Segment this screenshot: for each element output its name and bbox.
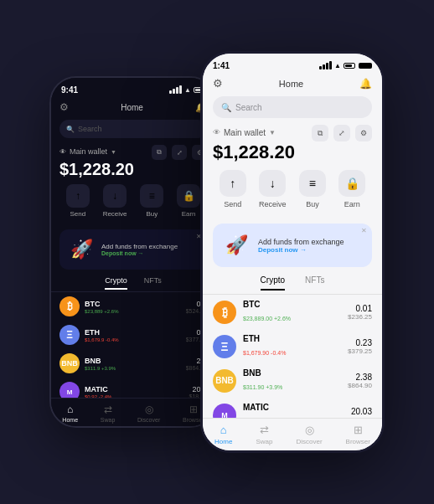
- light-discover-icon: ◎: [305, 424, 314, 436]
- dark-search-icon: 🔍: [66, 126, 75, 133]
- light-coin-eth[interactable]: Ξ ETH $1,679.90 -0.4% 0.23 $379.25: [203, 329, 382, 363]
- light-banner-title: Add funds from exchange: [258, 238, 344, 246]
- dark-coin-eth[interactable]: Ξ ETH $1,679.9 -0.4% 0.2 $377.25: [51, 321, 215, 349]
- dark-earn-btn[interactable]: 🔒 Earn: [177, 184, 200, 218]
- light-header: ⚙ Home 🔔: [203, 74, 382, 93]
- light-tabs: Crypto NFTs: [203, 270, 382, 295]
- light-nav-swap[interactable]: ⇄ Swap: [256, 424, 272, 445]
- dark-swap-label: Swap: [101, 417, 116, 423]
- light-receive-btn[interactable]: ↓ Receive: [259, 170, 287, 208]
- dark-copy-icon[interactable]: ⧉: [152, 145, 167, 160]
- dark-wallet-label: 👁 Main wallet ▼: [59, 147, 116, 156]
- light-nav-browser[interactable]: ⊞ Browser: [346, 424, 370, 445]
- dark-coin-btc[interactable]: ₿ BTC $23,889 +2.6% 0.0 $524.25: [51, 292, 215, 321]
- light-coin-bnb[interactable]: BNB BNB $311.90 +3.9% 2.38 $864.90: [203, 363, 382, 398]
- light-gear-icon[interactable]: ⚙: [213, 77, 223, 90]
- light-earn-btn[interactable]: 🔒 Earn: [338, 170, 365, 208]
- eth-name: ETH: [85, 328, 181, 337]
- light-matic-val: 20.03: [351, 407, 372, 416]
- dark-send-label: Send: [70, 210, 86, 218]
- dark-wallet-name: Main wallet: [70, 147, 107, 156]
- light-earn-label: Earn: [344, 200, 360, 208]
- dark-send-btn[interactable]: ↑ Send: [66, 184, 90, 218]
- light-battery-full: [359, 63, 372, 69]
- light-earn-icon: 🔒: [338, 170, 365, 197]
- light-btc-icon: ₿: [213, 301, 236, 324]
- light-wifi-icon: ▲: [334, 62, 341, 69]
- light-banner-close[interactable]: ✕: [361, 227, 367, 234]
- dark-search-bar[interactable]: 🔍 Search: [59, 120, 207, 138]
- dark-banner: 🚀 Add funds from exchange Deposit now → …: [59, 229, 207, 270]
- dark-coin-bnb[interactable]: BNB BNB $311.9 +3.9% 2.3 $864.90: [51, 349, 215, 378]
- light-send-icon: ↑: [220, 170, 246, 197]
- light-bnb-val: 2.38: [348, 373, 372, 382]
- light-buy-btn[interactable]: ≡ Buy: [299, 170, 326, 208]
- dark-phone: 9:41 ▲ ⚙ Home 🔔: [49, 76, 217, 428]
- dark-buy-icon: ≡: [140, 184, 163, 208]
- dark-receive-label: Receive: [103, 210, 127, 218]
- btc-sub: $23,889 +2.6%: [85, 308, 181, 314]
- dark-nav-home[interactable]: ⌂ Home: [62, 404, 78, 423]
- light-send-label: Send: [224, 200, 241, 208]
- dark-gear-icon[interactable]: ⚙: [59, 101, 69, 113]
- light-wallet-section: 👁 Main wallet ▼ ⧉ ⤢ ⚙ $1,228.20 ↑ Send: [203, 121, 382, 220]
- dark-screen: ⚙ Home 🔔 🔍 Search 👁 Main wallet ▼: [51, 98, 215, 426]
- dark-wallet-section: 👁 Main wallet ▼ ⧉ ⤢ ⚙ $1,228.20 ↑ Send: [51, 141, 215, 226]
- light-btc-name: BTC: [243, 300, 341, 309]
- dark-dropdown-icon[interactable]: ▼: [111, 149, 116, 155]
- light-wallet-row: 👁 Main wallet ▼ ⧉ ⤢ ⚙: [213, 125, 372, 141]
- light-buy-label: Buy: [306, 200, 319, 208]
- dark-banner-link[interactable]: Deposit now →: [101, 250, 178, 256]
- dark-tab-crypto[interactable]: Crypto: [105, 276, 127, 290]
- signal-bars: [169, 85, 182, 94]
- dark-swap-icon: ⇄: [104, 404, 112, 415]
- light-home-icon: ⌂: [220, 424, 227, 436]
- dark-receive-btn[interactable]: ↓ Receive: [103, 184, 127, 218]
- dark-buy-btn[interactable]: ≡ Buy: [140, 184, 163, 218]
- dark-nav-discover[interactable]: ◎ Discover: [137, 404, 160, 423]
- light-matic-sub: $0.52 -3.4%: [243, 412, 344, 418]
- dark-wallet-row: 👁 Main wallet ▼ ⧉ ⤢ ⚙: [59, 145, 207, 160]
- light-phone: 1:41 ▲ ⚙ Home 🔔: [200, 51, 385, 453]
- light-wallet-name: Main wallet: [224, 128, 266, 137]
- dark-nav-swap[interactable]: ⇄ Swap: [101, 404, 116, 423]
- light-copy-icon[interactable]: ⧉: [312, 125, 328, 141]
- light-browser-label: Browser: [346, 438, 370, 445]
- light-nav-discover[interactable]: ◎ Discover: [296, 424, 322, 445]
- light-wallet-header-icons: ⧉ ⤢ ⚙: [312, 125, 372, 141]
- light-tab-crypto[interactable]: Crypto: [261, 275, 285, 291]
- phones-container: 9:41 ▲ ⚙ Home 🔔: [49, 51, 385, 453]
- light-bell-icon[interactable]: 🔔: [359, 78, 372, 90]
- dark-coin-list: ₿ BTC $23,889 +2.6% 0.0 $524.25 Ξ ETH $1…: [51, 292, 215, 398]
- light-settings-icon[interactable]: ⚙: [355, 125, 372, 141]
- light-home-label: Home: [214, 438, 232, 445]
- bnb-name: BNB: [85, 357, 181, 365]
- light-receive-label: Receive: [259, 200, 287, 208]
- dark-wallet-header-icons: ⧉ ⤢ ⚙: [152, 145, 207, 160]
- light-matic-name: MATIC: [243, 403, 344, 412]
- light-wallet-amount: $1,228.20: [213, 141, 295, 162]
- light-wallet-actions: ↑ Send ↓ Receive ≡ Buy 🔒 Earn: [213, 163, 372, 213]
- light-eye-icon: 👁: [213, 128, 220, 136]
- light-expand-icon[interactable]: ⤢: [333, 125, 350, 141]
- light-banner-link[interactable]: Deposit now →: [258, 246, 344, 254]
- light-banner-text: Add funds from exchange Deposit now →: [258, 238, 344, 254]
- dark-tab-nfts[interactable]: NFTs: [144, 276, 162, 290]
- dark-browser-icon: ⊞: [189, 404, 198, 415]
- light-browser-icon: ⊞: [354, 424, 363, 436]
- light-coin-btc[interactable]: ₿ BTC $23,889.00 +2.6% 0.01 $236.25: [203, 295, 382, 329]
- light-tab-nfts[interactable]: NFTs: [305, 275, 324, 291]
- light-coin-matic[interactable]: M MATIC $0.52 -3.4% 20.03 $18.41: [203, 398, 382, 418]
- light-bottom-nav: ⌂ Home ⇄ Swap ◎ Discover ⊞ Browser: [203, 418, 382, 450]
- dark-coin-matic[interactable]: M MATIC $0.92 -2.4% 20.0 $18.41: [51, 378, 215, 398]
- dark-expand-icon[interactable]: ⤢: [172, 145, 187, 160]
- light-nav-home[interactable]: ⌂ Home: [214, 424, 232, 445]
- dark-wallet-actions: ↑ Send ↓ Receive ≡ Buy 🔒 Earn: [59, 179, 207, 221]
- light-swap-label: Swap: [256, 438, 272, 445]
- light-eth-name: ETH: [243, 334, 341, 343]
- light-dropdown-icon[interactable]: ▼: [269, 129, 276, 136]
- light-search-placeholder: Search: [235, 103, 262, 112]
- light-send-btn[interactable]: ↑ Send: [220, 170, 246, 208]
- light-search-bar[interactable]: 🔍 Search: [213, 96, 372, 118]
- light-signal-bars: [319, 61, 332, 69]
